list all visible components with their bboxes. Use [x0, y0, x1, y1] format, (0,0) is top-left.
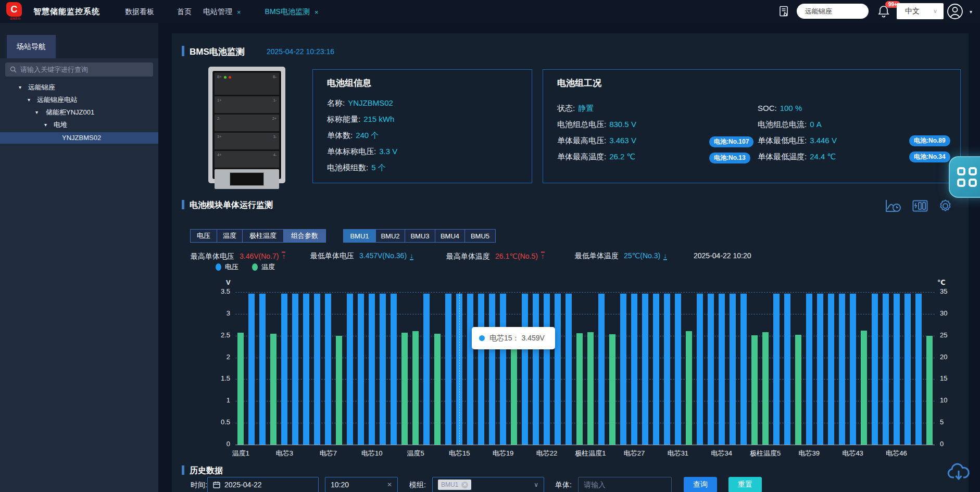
chart-bar-电芯33[interactable] [708, 294, 714, 445]
chart-bar-电芯16[interactable] [467, 294, 473, 445]
chart-bar-电芯37[interactable] [773, 294, 780, 445]
history-chart-icon[interactable] [885, 199, 902, 213]
chart-bar-温度5[interactable] [412, 331, 419, 445]
chart-bar-电芯10[interactable] [369, 294, 375, 445]
clear-time-icon[interactable]: ✕ [387, 481, 392, 488]
chart-bar-电芯44[interactable] [872, 294, 878, 445]
chart-bar-电芯48[interactable] [915, 294, 922, 445]
station-search-input[interactable] [797, 4, 869, 19]
chart-bar-电芯2[interactable] [259, 294, 266, 445]
date-picker[interactable]: 2025-04-22 [207, 477, 319, 492]
legend-温度[interactable]: 温度 [252, 262, 275, 272]
gear-icon[interactable] [938, 199, 952, 213]
chart-bar-电芯35[interactable] [730, 294, 736, 445]
chart-bar-电芯13[interactable] [423, 294, 430, 445]
chart-bar-温度2[interactable] [270, 334, 277, 445]
chart-bar-电芯17[interactable] [478, 294, 484, 445]
chart-bar-温度6[interactable] [434, 334, 441, 445]
chart-bar-极柱温度1[interactable] [587, 332, 594, 445]
chart-bar-温度3[interactable] [336, 336, 342, 445]
user-avatar[interactable] [947, 3, 963, 20]
chart-bar-温度4[interactable] [401, 333, 408, 445]
chart-bar-电芯20[interactable] [522, 294, 528, 445]
chart-bar-电芯39[interactable] [806, 294, 812, 445]
battery-cells-icon[interactable] [912, 199, 928, 213]
user-menu-caret[interactable]: ▾ [970, 9, 972, 15]
remove-tag-icon[interactable]: ✕ [461, 482, 468, 488]
sidebar-search-input[interactable] [20, 66, 148, 73]
param-tab-温度[interactable]: 温度 [217, 229, 243, 243]
close-tab-icon[interactable]: × [237, 8, 241, 16]
chart-bar-电芯43[interactable] [850, 294, 856, 445]
chart-bar-电芯38[interactable] [784, 294, 790, 445]
chart-bar-电芯8[interactable] [347, 294, 353, 445]
chart-bar-电芯18[interactable] [489, 294, 495, 445]
report-doc-icon[interactable] [778, 5, 790, 18]
nav-tab[interactable]: BMS电池监测× [265, 7, 319, 17]
chart-bar-电芯27[interactable] [631, 294, 637, 445]
chart-bar-电芯32[interactable] [697, 294, 703, 445]
chart-bar-电芯11[interactable] [380, 294, 386, 445]
nav-tab[interactable]: 电站管理× [203, 7, 241, 17]
tree-item-储能柜YNJZ001[interactable]: ▾储能柜YNJZ001 [0, 106, 158, 119]
bmu-tab-BMU2[interactable]: BMU2 [375, 229, 405, 243]
chart-bar-电芯42[interactable] [839, 294, 845, 445]
chart-bar-电芯3[interactable] [281, 294, 287, 445]
chart-bar-电芯26[interactable] [620, 294, 626, 445]
chart-bar-极柱温度3[interactable] [686, 331, 692, 445]
nav-menu-item[interactable]: 数据看板 [125, 7, 154, 17]
chart-bar-电芯21[interactable] [533, 294, 539, 445]
chart-bar-极柱温度6[interactable] [795, 335, 801, 445]
chart-bar-温度8[interactable] [576, 333, 583, 445]
chart-bar-电芯46[interactable] [894, 294, 900, 445]
chart-bar-电芯12[interactable] [391, 294, 397, 445]
chart-bar-电芯4[interactable] [292, 294, 298, 445]
chart-bar-电芯41[interactable] [828, 294, 834, 445]
chart-bar-电芯34[interactable] [719, 294, 725, 445]
chart-bar-电芯29[interactable] [653, 294, 659, 445]
chart-bar-电芯5[interactable] [303, 294, 309, 445]
chart-bar-极柱温度7[interactable] [861, 331, 867, 445]
chart-bar-电芯14[interactable] [445, 294, 451, 445]
chart-bar-极柱温度5[interactable] [762, 332, 769, 445]
param-tab-电压[interactable]: 电压 [190, 229, 217, 243]
chart-bar-电芯28[interactable] [642, 294, 648, 445]
chart-bar-电芯30[interactable] [664, 294, 670, 445]
module-select[interactable]: BMU1 ✕ ∨ [432, 477, 544, 492]
chart-bar-极柱温度2[interactable] [609, 334, 615, 445]
bmu-tab-BMU5[interactable]: BMU5 [464, 229, 496, 243]
chart-bar-电芯36[interactable] [740, 294, 747, 445]
tree-expand-icon[interactable]: ▾ [19, 81, 21, 94]
chart-bar-电芯31[interactable] [675, 294, 681, 445]
chart-bar-电芯19[interactable] [500, 294, 506, 445]
language-selector[interactable]: 中文 ∨ [897, 3, 944, 19]
tree-expand-icon[interactable]: ▾ [28, 94, 30, 106]
chart-bar-电芯1[interactable] [248, 294, 255, 445]
tree-item-远能锦座[interactable]: ▾远能锦座 [0, 81, 158, 94]
bmu-tab-BMU1[interactable]: BMU1 [343, 229, 376, 243]
chart-bar-电芯24[interactable] [566, 294, 572, 445]
chart-bar-电芯7[interactable] [325, 294, 331, 445]
chart-bar-温度1[interactable] [237, 333, 244, 445]
chart-bar-电芯6[interactable] [314, 294, 320, 445]
tree-expand-icon[interactable]: ▾ [44, 119, 47, 131]
bmu-tab-BMU3[interactable]: BMU3 [405, 229, 435, 243]
query-button[interactable]: 查询 [684, 477, 717, 492]
legend-电压[interactable]: 电压 [216, 262, 238, 272]
chart-bar-电芯22[interactable] [544, 294, 550, 445]
tree-item-远能锦座电站[interactable]: ▾远能锦座电站 [0, 94, 158, 106]
quick-panel-button[interactable] [949, 156, 980, 198]
sidebar-tab-station-nav[interactable]: 场站导航 [7, 35, 56, 58]
cloud-download-icon[interactable] [947, 460, 971, 482]
tree-item-电堆[interactable]: ▾电堆 [0, 119, 158, 131]
notification-bell[interactable]: 99+ [878, 5, 889, 18]
time-picker[interactable]: 10:20 ✕ [325, 477, 398, 492]
company-logo[interactable]: C 远能股份 [6, 2, 24, 21]
tree-expand-icon[interactable]: ▾ [35, 106, 38, 119]
bmu-tab-BMU4[interactable]: BMU4 [435, 229, 465, 243]
chart-bar-电芯45[interactable] [883, 294, 889, 445]
param-tab-极柱温度[interactable]: 极柱温度 [242, 229, 284, 243]
chart-bar-电芯25[interactable] [598, 294, 605, 445]
chart-bar-电芯9[interactable] [358, 294, 364, 445]
chart-bar-电芯40[interactable] [817, 294, 823, 445]
